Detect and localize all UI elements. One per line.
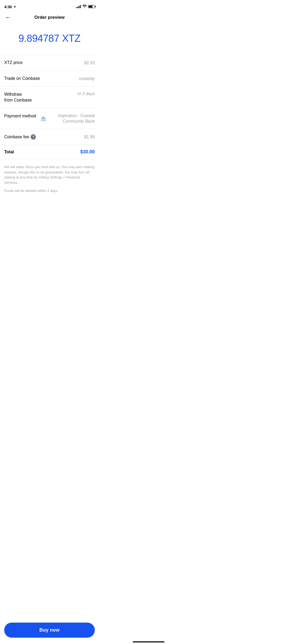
svg-rect-6 [41,121,46,121]
svg-rect-3 [43,119,44,121]
total-row: Total $30.00 [0,145,99,159]
coinbase-fee-row: Coinbase fee ? $1.99 [0,129,99,145]
xtz-price-label: XTZ price [4,60,22,66]
svg-rect-2 [43,119,43,121]
battery-icon [88,5,95,8]
total-label: Total [4,150,14,154]
help-icon[interactable]: ? [31,134,36,140]
funds-disclaimer: Funds will be debited within 3 days. [4,188,95,194]
location-icon: ✈︎ [13,5,16,9]
bank-icon [40,116,46,122]
coinbase-fee-label: Coinbase fee [4,134,29,140]
trade-coinbase-label: Trade on Coinbase [4,76,40,81]
disclaimer-section: We will stake Tezos you hold with us. Yo… [0,159,99,200]
svg-rect-0 [41,118,46,119]
page-title: Order preview [34,15,64,20]
coinbase-fee-value: $1.99 [84,135,95,139]
payment-method-value: Aspiration - Coastal Community Bank [48,113,95,124]
withdraw-coinbase-row: Withdrawfrom Coinbase In 3 days [0,87,99,108]
nav-header: ← Order preview [0,12,99,24]
total-value: $30.00 [80,149,95,155]
payment-method-row: Payment method Aspiration - Coastal Comm… [0,108,99,129]
wifi-icon [82,5,87,9]
payment-value-container: Aspiration - Coastal Community Bank [40,113,95,124]
withdraw-coinbase-value: In 3 days [78,91,95,96]
svg-rect-4 [44,119,45,121]
staking-disclaimer: We will stake Tezos you hold with us. Yo… [4,164,95,185]
trade-coinbase-value: Instantly [79,76,95,81]
amount-section: 9.894787 XTZ [0,24,99,55]
svg-marker-7 [41,116,46,118]
help-icon-symbol: ? [32,135,34,139]
trade-coinbase-row: Trade on Coinbase Instantly [0,71,99,87]
order-amount: 9.894787 XTZ [18,33,81,44]
status-time: 4:30 [4,4,12,9]
status-bar: 4:30 ✈︎ [0,0,99,12]
status-icons [76,5,95,9]
back-button[interactable]: ← [4,13,12,22]
signal-icon [76,5,81,8]
fee-label-container: Coinbase fee ? [4,134,36,140]
xtz-price-value: $2.83 [84,61,95,65]
withdraw-coinbase-label: Withdrawfrom Coinbase [4,91,32,103]
xtz-price-row: XTZ price $2.83 [0,55,99,71]
svg-rect-1 [41,119,42,121]
payment-method-label: Payment method [4,113,36,119]
svg-rect-5 [45,119,46,121]
